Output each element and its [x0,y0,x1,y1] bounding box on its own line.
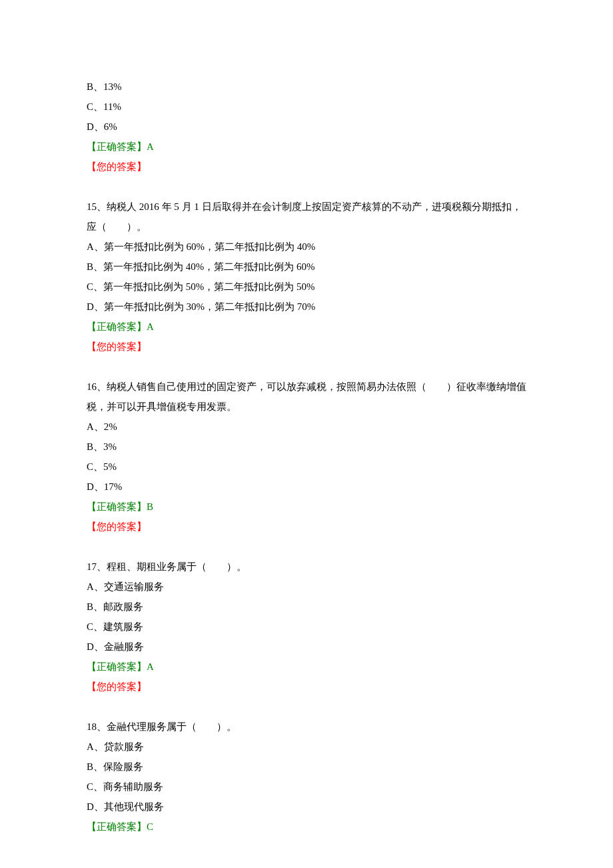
correct-answer-label: 【正确答案】 [87,141,147,152]
option-a: A、交通运输服务 [87,577,526,597]
option-c: C、第一年抵扣比例为 50%，第二年抵扣比例为 50% [87,277,526,297]
document-page: B、13% C、11% D、6% 【正确答案】A 【您的答案】 15、纳税人 2… [0,0,613,868]
option-d: D、其他现代服务 [87,797,526,817]
correct-answer: 【正确答案】A [87,657,526,677]
question-16: 16、纳税人销售自己使用过的固定资产，可以放弃减税，按照简易办法依照（ ）征收率… [87,377,526,537]
option-c: C、5% [87,457,526,477]
option-a: A、2% [87,417,526,437]
your-answer: 【您的答案】 [87,337,526,357]
correct-answer-label: 【正确答案】 [87,821,147,832]
question-17: 17、程租、期租业务属于（ ）。 A、交通运输服务 B、邮政服务 C、建筑服务 … [87,557,526,697]
question-text: 17、程租、期租业务属于（ ）。 [87,557,526,577]
question-15: 15、纳税人 2016 年 5 月 1 日后取得并在会计制度上按固定资产核算的不… [87,197,526,357]
correct-answer: 【正确答案】B [87,497,526,517]
option-c: C、11% [87,97,526,117]
correct-answer-value: C [147,821,153,832]
question-text: 15、纳税人 2016 年 5 月 1 日后取得并在会计制度上按固定资产核算的不… [87,197,526,237]
option-d: D、17% [87,477,526,497]
option-b: B、3% [87,437,526,457]
correct-answer-label: 【正确答案】 [87,321,147,332]
option-b: B、邮政服务 [87,597,526,617]
option-b: B、保险服务 [87,757,526,777]
option-b: B、第一年抵扣比例为 40%，第二年抵扣比例为 60% [87,257,526,277]
question-text: 16、纳税人销售自己使用过的固定资产，可以放弃减税，按照简易办法依照（ ）征收率… [87,377,526,417]
question-18: 18、金融代理服务属于（ ）。 A、贷款服务 B、保险服务 C、商务辅助服务 D… [87,717,526,837]
option-d: D、金融服务 [87,637,526,657]
correct-answer-label: 【正确答案】 [87,501,147,512]
correct-answer-label: 【正确答案】 [87,661,147,672]
correct-answer-value: A [147,141,154,152]
option-c: C、商务辅助服务 [87,777,526,797]
correct-answer-value: B [147,501,153,512]
question-14-tail: B、13% C、11% D、6% 【正确答案】A 【您的答案】 [87,77,526,177]
option-a: A、第一年抵扣比例为 60%，第二年抵扣比例为 40% [87,237,526,257]
correct-answer: 【正确答案】A [87,137,526,157]
your-answer-label: 【您的答案】 [87,341,147,352]
correct-answer-value: A [147,321,154,332]
correct-answer-value: A [147,661,154,672]
your-answer: 【您的答案】 [87,517,526,537]
option-a: A、贷款服务 [87,737,526,757]
option-d: D、6% [87,117,526,137]
your-answer-label: 【您的答案】 [87,161,147,172]
your-answer-label: 【您的答案】 [87,681,147,692]
correct-answer: 【正确答案】C [87,817,526,837]
your-answer-label: 【您的答案】 [87,521,147,532]
your-answer: 【您的答案】 [87,157,526,177]
question-text: 18、金融代理服务属于（ ）。 [87,717,526,737]
option-b: B、13% [87,77,526,97]
option-d: D、第一年抵扣比例为 30%，第二年抵扣比例为 70% [87,297,526,317]
your-answer: 【您的答案】 [87,677,526,697]
correct-answer: 【正确答案】A [87,317,526,337]
option-c: C、建筑服务 [87,617,526,637]
